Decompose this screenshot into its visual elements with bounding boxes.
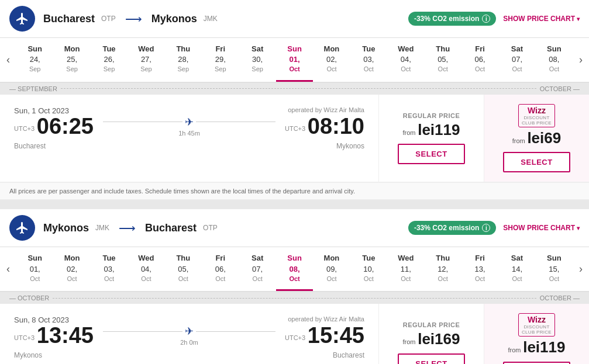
outbound-header: Bucharest OTP ⟶ Mykonos JMK -33% CO2 emi… [0, 0, 589, 38]
outbound-to-code: JMK [204, 15, 218, 23]
date-item[interactable]: Sat07,Oct [239, 247, 275, 291]
outbound-date-carousel: ‹ Sun24,SepMon25,SepTue26,SepWed27,SepTh… [0, 38, 589, 83]
outbound-price-chart-label: SHOW PRICE CHART [503, 15, 575, 23]
inbound-co2-label: -33% CO2 emission [414, 224, 479, 232]
inbound-wizz-price: lei119 [523, 338, 565, 356]
inbound-co2-info-icon[interactable]: i [482, 224, 490, 232]
date-item[interactable]: Mon09,Oct [313, 247, 350, 291]
inbound-arrive-time: 15:45 [308, 323, 364, 348]
inbound-to-city: Bucharest [145, 222, 197, 234]
outbound-co2-badge: -33% CO2 emission i [408, 12, 496, 26]
inbound-next-arrow[interactable]: › [573, 247, 589, 291]
outbound-dates: Sun24,SepMon25,SepTue26,SepWed27,SepThu2… [16, 38, 573, 82]
date-item[interactable]: Thu12,Oct [424, 247, 461, 291]
inbound-wizz-price-col: Wizz DISCOUNTCLUB PRICE from lei119 SELE… [484, 304, 589, 364]
inbound-section: Mykonos JMK ⟶ Bucharest OTP -33% CO2 emi… [0, 209, 589, 364]
inbound-plane-icon-mid: ✈ [185, 325, 194, 338]
outbound-from-code: OTP [101, 15, 116, 23]
inbound-depart-utc: UTC+3 [14, 334, 35, 341]
inbound-price-chart-label: SHOW PRICE CHART [503, 224, 575, 232]
outbound-from-city: Bucharest [43, 13, 95, 25]
outbound-month-separator: — SEPTEMBER OCTOBER — [0, 83, 589, 95]
date-item[interactable]: Fri13,Oct [461, 247, 498, 291]
inbound-plane-icon [9, 215, 35, 241]
outbound-wizz-price-col: Wizz DISCOUNTCLUB PRICE from lei69 SELEC… [484, 95, 589, 182]
wizz-logo-text: Wizz [528, 106, 546, 115]
outbound-plane-icon [9, 6, 35, 32]
outbound-price-chart-link[interactable]: SHOW PRICE CHART ▾ [503, 15, 580, 23]
inbound-month-separator: — OCTOBER OCTOBER — [0, 292, 589, 304]
date-item[interactable]: Sun01,Oct [16, 247, 53, 291]
chevron-down-icon: ▾ [577, 16, 580, 22]
outbound-depart-time: 06:25 [37, 114, 94, 138]
date-item[interactable]: Mon02,Oct [53, 247, 90, 291]
inbound-wizz-logo-box: Wizz DISCOUNTCLUB PRICE [518, 313, 555, 337]
outbound-to-airport: Mykonos [336, 142, 364, 150]
inbound-price-chart-link[interactable]: SHOW PRICE CHART ▾ [503, 224, 580, 232]
inbound-from-city: Mykonos [43, 222, 89, 234]
date-item[interactable]: Wed11,Oct [387, 247, 424, 291]
outbound-flight-result: Sun, 1 Oct 2023 operated by Wizz Air Mal… [0, 95, 589, 183]
outbound-wizz-price-block: from lei69 [512, 130, 561, 147]
inbound-header: Mykonos JMK ⟶ Bucharest OTP -33% CO2 emi… [0, 209, 589, 247]
date-item[interactable]: Thu28,Sep [165, 38, 202, 82]
date-item[interactable]: Mon02,Oct [313, 38, 350, 82]
date-item[interactable]: Tue03,Oct [91, 247, 128, 291]
inbound-arrive-block: UTC+3 15:45 [285, 324, 364, 346]
outbound-next-arrow[interactable]: › [573, 38, 589, 82]
date-item[interactable]: Sun01,Oct [276, 38, 313, 82]
inbound-to-code: OTP [203, 224, 218, 232]
inbound-sep-left: — OCTOBER [9, 294, 49, 301]
inbound-operated-by: operated by Wizz Air Malta [288, 316, 364, 323]
date-item[interactable]: Sun15,Oct [536, 247, 573, 291]
inbound-regular-price-block: from lei169 [403, 331, 460, 348]
outbound-flight-info: Sun, 1 Oct 2023 operated by Wizz Air Mal… [0, 95, 378, 182]
inbound-regular-price: lei169 [418, 330, 460, 348]
date-item[interactable]: Thu05,Oct [165, 247, 202, 291]
date-item[interactable]: Sun08,Oct [276, 247, 313, 291]
date-item[interactable]: Sat07,Oct [498, 38, 535, 82]
date-item[interactable]: Mon25,Sep [53, 38, 90, 82]
outbound-sep-left: — SEPTEMBER [9, 85, 57, 92]
outbound-to-city: Mykonos [151, 13, 197, 25]
outbound-flight-line: ✈ 1h 45m [94, 116, 285, 137]
date-item[interactable]: Sat30,Sep [239, 38, 275, 82]
outbound-prev-arrow[interactable]: ‹ [0, 38, 16, 82]
outbound-regular-select-button[interactable]: SELECT [398, 144, 464, 164]
inbound-wizz-select-button[interactable]: SELECT [503, 362, 570, 364]
disclaimer: All prices are per passenger and include… [0, 182, 589, 200]
date-item[interactable]: Fri06,Oct [202, 247, 239, 291]
inbound-regular-from: from [403, 338, 416, 345]
date-item[interactable]: Sat14,Oct [498, 247, 535, 291]
inbound-dates: Sun01,OctMon02,OctTue03,OctWed04,OctThu0… [16, 247, 573, 291]
date-item[interactable]: Sun24,Sep [16, 38, 53, 82]
inbound-to-airport: Bucharest [333, 351, 364, 359]
inbound-regular-select-button[interactable]: SELECT [398, 353, 464, 364]
outbound-operated-by: operated by Wizz Air Malta [288, 106, 364, 113]
outbound-route: Bucharest OTP ⟶ Mykonos JMK [43, 12, 408, 26]
outbound-regular-from: from [403, 129, 416, 136]
outbound-regular-label: REGULAR PRICE [403, 112, 460, 119]
date-item[interactable]: Fri06,Oct [461, 38, 498, 82]
date-item[interactable]: Wed27,Sep [128, 38, 164, 82]
inbound-route-arrow: ⟶ [119, 221, 136, 235]
date-item[interactable]: Fri29,Sep [202, 38, 239, 82]
date-item[interactable]: Tue10,Oct [350, 247, 387, 291]
outbound-wizz-price: lei69 [527, 129, 561, 147]
inbound-wizz-logo: Wizz DISCOUNTCLUB PRICE [518, 313, 555, 337]
inbound-regular-price-col: REGULAR PRICE from lei169 SELECT [378, 304, 484, 364]
inbound-prev-arrow[interactable]: ‹ [0, 247, 16, 291]
outbound-co2-info-icon[interactable]: i [482, 15, 490, 23]
date-item[interactable]: Wed04,Oct [128, 247, 164, 291]
date-item[interactable]: Tue26,Sep [91, 38, 128, 82]
date-item[interactable]: Sun08,Oct [536, 38, 573, 82]
inbound-duration: 2h 0m [180, 339, 198, 346]
date-item[interactable]: Thu05,Oct [424, 38, 461, 82]
outbound-wizz-select-button[interactable]: SELECT [503, 152, 570, 172]
date-item[interactable]: Tue03,Oct [350, 38, 387, 82]
inbound-from-airport: Mykonos [14, 351, 42, 359]
outbound-arrive-block: UTC+3 08:10 [285, 115, 364, 137]
outbound-co2-label: -33% CO2 emission [414, 15, 479, 23]
outbound-sep-right: OCTOBER — [540, 85, 580, 92]
date-item[interactable]: Wed04,Oct [387, 38, 424, 82]
